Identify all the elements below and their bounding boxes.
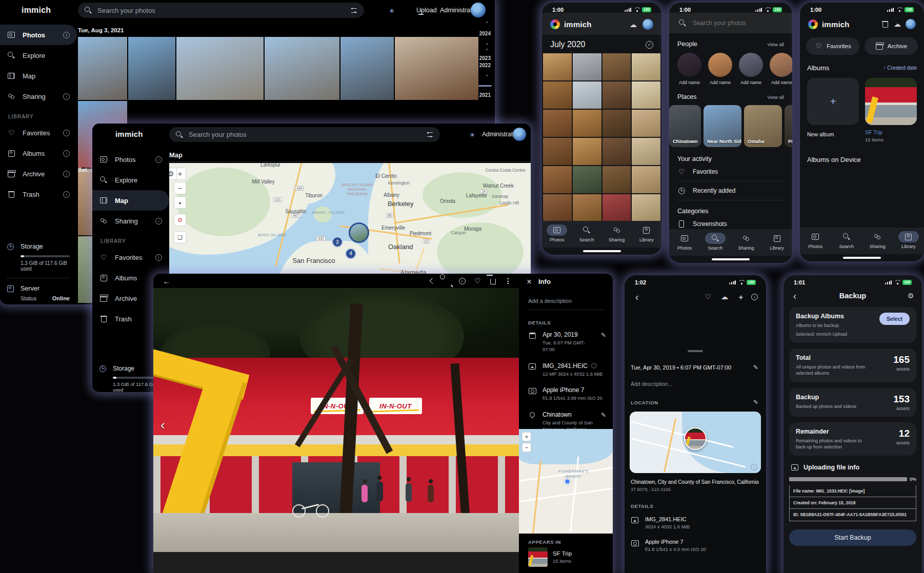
info-icon[interactable] xyxy=(63,32,70,38)
info-icon[interactable] xyxy=(155,254,162,261)
favorite-icon[interactable] xyxy=(704,293,712,301)
photo-thumbnail[interactable]: ☁ xyxy=(632,53,660,80)
sidebar-item[interactable]: Trash xyxy=(0,184,77,204)
sidebar-item[interactable]: Photos xyxy=(92,149,169,170)
info-icon[interactable] xyxy=(63,191,70,198)
select-all-icon[interactable] xyxy=(646,41,653,49)
home-indicator[interactable] xyxy=(712,258,750,260)
share-icon[interactable] xyxy=(424,274,438,288)
search-input[interactable] xyxy=(189,131,420,138)
sidebar-item[interactable]: Explore xyxy=(0,45,77,66)
info-icon[interactable] xyxy=(63,93,70,100)
more-options-icon[interactable] xyxy=(501,274,515,288)
place-item[interactable]: Omaha xyxy=(744,105,782,147)
search-bar[interactable] xyxy=(78,3,364,18)
sidebar-item[interactable]: Sharing xyxy=(0,86,77,107)
avatar[interactable] xyxy=(471,3,486,17)
favorite-icon[interactable] xyxy=(470,274,485,288)
theme-toggle-icon[interactable] xyxy=(388,7,396,15)
nav-tab[interactable]: Photos xyxy=(802,231,829,249)
description-input[interactable]: Add a description xyxy=(528,298,572,304)
photo-thumbnail[interactable]: ☁ xyxy=(543,110,572,137)
back-button[interactable] xyxy=(159,274,174,288)
search-bar[interactable] xyxy=(169,127,440,142)
info-icon[interactable] xyxy=(751,294,758,300)
filter-icon[interactable] xyxy=(426,131,434,139)
sidebar-item[interactable]: Favorites xyxy=(0,122,77,143)
photo-cluster-marker[interactable]: 4 xyxy=(345,248,356,259)
face-thumbnail[interactable] xyxy=(770,53,792,77)
photo-thumbnail[interactable]: ☁ xyxy=(632,166,660,193)
photo-thumbnail[interactable]: ☁ xyxy=(573,110,601,137)
album-name[interactable]: SF Trip xyxy=(865,129,917,135)
favorites-button[interactable]: Favorites xyxy=(806,37,859,55)
photo-thumbnail[interactable] xyxy=(128,37,175,100)
person-item[interactable]: Add name xyxy=(739,53,763,85)
trash-icon[interactable] xyxy=(881,20,889,28)
nav-tab[interactable]: Search xyxy=(573,224,600,242)
photo-thumbnail[interactable] xyxy=(265,37,339,100)
sidebar-item[interactable]: Albums xyxy=(0,143,77,163)
face-thumbnail[interactable] xyxy=(708,53,732,77)
map-toggle-markers-button[interactable] xyxy=(174,214,186,226)
nav-tab[interactable]: Photos xyxy=(544,224,570,242)
filter-icon[interactable] xyxy=(350,6,358,14)
photo-thumbnail[interactable]: ☁ xyxy=(602,53,631,80)
album-cover[interactable] xyxy=(865,78,917,125)
close-info-icon[interactable] xyxy=(522,275,536,289)
activity-item[interactable]: Recently added xyxy=(677,181,784,200)
minimap-zoom-in-button[interactable]: + xyxy=(522,432,531,441)
nav-tab[interactable]: Sharing xyxy=(604,224,630,242)
map-zoom-out-button[interactable]: − xyxy=(174,182,186,194)
add-to-album-icon[interactable] xyxy=(737,293,745,301)
search-input[interactable] xyxy=(693,19,783,27)
info-minimap[interactable]: FISHERMAN'S WHARF + − xyxy=(519,429,613,534)
nav-tab[interactable]: Search xyxy=(702,233,729,251)
place-item[interactable]: Chinatown xyxy=(669,105,701,147)
edit-date-icon[interactable] xyxy=(752,363,760,372)
person-item[interactable]: Add name xyxy=(677,53,701,85)
photo-thumbnail[interactable] xyxy=(340,37,394,100)
info-icon[interactable] xyxy=(155,156,162,163)
cloud-sync-icon[interactable] xyxy=(629,21,637,29)
people-view-all-link[interactable]: View all xyxy=(767,42,784,47)
map-fullscreen-button[interactable] xyxy=(174,231,186,243)
person-item[interactable]: Add name xyxy=(770,53,792,85)
photo-thumbnail[interactable]: ☁ xyxy=(543,166,572,193)
info-icon[interactable] xyxy=(63,130,70,136)
edit-icon[interactable] xyxy=(599,411,608,419)
map-info-icon[interactable] xyxy=(751,461,757,470)
photo-thumbnail[interactable]: ☁ xyxy=(573,166,601,193)
photo-thumbnail[interactable]: ☁ xyxy=(602,138,631,165)
nav-tab[interactable]: Sharing xyxy=(733,233,759,251)
photo-thumbnail[interactable]: ☁ xyxy=(573,81,601,109)
sidebar-item[interactable]: Favorites xyxy=(92,247,169,268)
theme-toggle-icon[interactable] xyxy=(468,131,476,139)
nav-tab[interactable]: Search xyxy=(833,231,860,249)
info-icon[interactable] xyxy=(63,171,70,177)
scrubber-year[interactable]: 2021 xyxy=(479,92,491,98)
photo-thumbnail[interactable]: ☁ xyxy=(602,194,631,221)
select-button[interactable]: Select xyxy=(879,313,910,325)
start-backup-button[interactable]: Start Backup xyxy=(789,529,916,546)
sidebar-item[interactable]: Map xyxy=(92,190,169,211)
scrubber-handle[interactable] xyxy=(478,85,492,87)
home-indicator[interactable] xyxy=(583,250,621,252)
nav-tab[interactable]: Library xyxy=(633,224,660,242)
search-input[interactable] xyxy=(97,7,345,14)
photo-thumbnail[interactable]: ☁ xyxy=(573,53,601,80)
photo-thumbnail[interactable]: ☁ xyxy=(602,81,631,109)
map-compass-button[interactable] xyxy=(174,196,186,209)
photo-thumbnail[interactable]: ☁ xyxy=(632,110,660,137)
sidebar-item[interactable]: Sharing xyxy=(92,211,169,231)
photo-thumbnail[interactable]: ☁ xyxy=(602,166,631,193)
sidebar-item[interactable]: Photos xyxy=(0,25,77,45)
scrubber-year[interactable]: 2024 xyxy=(479,31,491,36)
photo-thumbnail[interactable]: ☁ xyxy=(543,53,572,80)
photo-cluster-marker[interactable]: 3 xyxy=(332,236,343,248)
back-icon[interactable] xyxy=(633,293,641,301)
photo-thumbnail[interactable]: ☁ xyxy=(543,194,572,221)
map-settings-button[interactable] xyxy=(169,168,177,180)
add-name-label[interactable]: Add name xyxy=(708,80,732,85)
nav-tab[interactable]: Photos xyxy=(671,233,698,251)
